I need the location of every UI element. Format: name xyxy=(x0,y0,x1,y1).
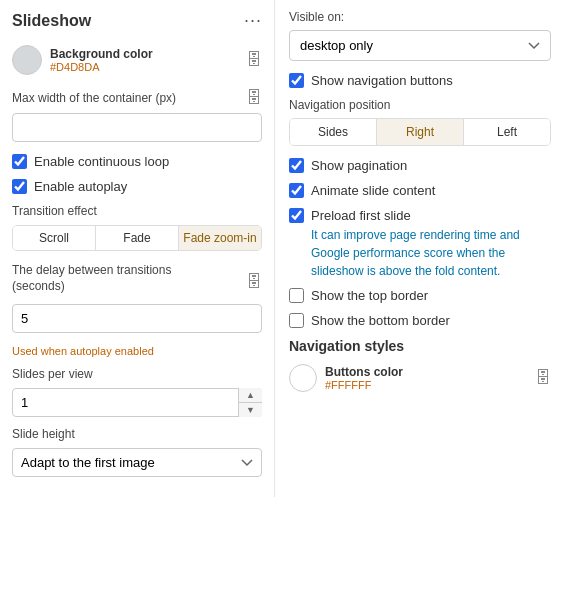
animate-label: Animate slide content xyxy=(311,183,435,198)
max-width-input[interactable] xyxy=(12,113,262,142)
preload-desc: It can improve page rendering time and G… xyxy=(311,226,551,280)
transition-scroll-btn[interactable]: Scroll xyxy=(13,226,96,250)
show-pagination-label: Show pagination xyxy=(311,158,407,173)
autoplay-row: Enable autoplay xyxy=(12,179,262,194)
continuous-loop-row: Enable continuous loop xyxy=(12,154,262,169)
transition-label: Transition effect xyxy=(12,204,262,218)
bottom-border-row: Show the bottom border xyxy=(289,313,551,328)
autoplay-checkbox[interactable] xyxy=(12,179,27,194)
bg-color-label: Background color xyxy=(50,47,153,61)
buttons-color-hex: #FFFFFF xyxy=(325,379,403,391)
panel-header: Slideshow ··· xyxy=(12,10,262,31)
bg-color-db-icon[interactable]: 🗄 xyxy=(246,51,262,69)
delay-hint: Used when autoplay enabled xyxy=(12,345,262,357)
transition-fade-zoom-btn[interactable]: Fade zoom-in xyxy=(179,226,261,250)
visible-on-select[interactable]: desktop only all devices mobile only xyxy=(289,30,551,61)
transition-fade-btn[interactable]: Fade xyxy=(96,226,179,250)
buttons-color-db-icon[interactable]: 🗄 xyxy=(535,369,551,387)
continuous-loop-label: Enable continuous loop xyxy=(34,154,169,169)
max-width-label: Max width of the container (px) xyxy=(12,91,176,105)
show-pagination-row: Show pagination xyxy=(289,158,551,173)
delay-row: The delay between transitions(seconds) 🗄 xyxy=(12,263,262,300)
top-border-checkbox[interactable] xyxy=(289,288,304,303)
bg-color-swatch[interactable] xyxy=(12,45,42,75)
slide-height-label: Slide height xyxy=(12,427,262,441)
slides-per-view-down-btn[interactable]: ▼ xyxy=(239,403,262,417)
show-pagination-checkbox[interactable] xyxy=(289,158,304,173)
buttons-color-label: Buttons color xyxy=(325,365,403,379)
show-nav-row: Show navigation buttons xyxy=(289,73,551,88)
delay-db-icon[interactable]: 🗄 xyxy=(246,273,262,291)
preload-row: Preload first slide xyxy=(289,208,551,223)
continuous-loop-checkbox[interactable] xyxy=(12,154,27,169)
nav-left-btn[interactable]: Left xyxy=(464,119,550,145)
delay-input[interactable] xyxy=(12,304,262,333)
bottom-border-checkbox[interactable] xyxy=(289,313,304,328)
max-width-db-icon[interactable]: 🗄 xyxy=(246,89,262,107)
show-nav-label: Show navigation buttons xyxy=(311,73,453,88)
nav-position-label: Navigation position xyxy=(289,98,551,112)
slides-per-view-label: Slides per view xyxy=(12,367,262,381)
transition-toggle-group: Scroll Fade Fade zoom-in xyxy=(12,225,262,251)
max-width-row: Max width of the container (px) 🗄 xyxy=(12,89,262,107)
nav-right-btn[interactable]: Right xyxy=(377,119,464,145)
nav-styles-title: Navigation styles xyxy=(289,338,551,354)
animate-row: Animate slide content xyxy=(289,183,551,198)
bg-color-hex: #D4D8DA xyxy=(50,61,153,73)
slides-per-view-up-btn[interactable]: ▲ xyxy=(239,388,262,403)
bg-color-info: Background color #D4D8DA xyxy=(12,45,153,75)
preload-checkbox[interactable] xyxy=(289,208,304,223)
slides-per-view-wrap: ▲ ▼ xyxy=(12,388,262,417)
bottom-border-label: Show the bottom border xyxy=(311,313,450,328)
nav-styles-row: Buttons color #FFFFFF 🗄 xyxy=(289,364,551,392)
show-nav-checkbox[interactable] xyxy=(289,73,304,88)
slides-per-view-input[interactable] xyxy=(12,388,262,417)
more-options-icon[interactable]: ··· xyxy=(244,10,262,31)
nav-sides-btn[interactable]: Sides xyxy=(290,119,377,145)
animate-checkbox[interactable] xyxy=(289,183,304,198)
slides-per-view-stepper: ▲ ▼ xyxy=(238,388,262,417)
visible-on-label: Visible on: xyxy=(289,10,551,24)
delay-label: The delay between transitions(seconds) xyxy=(12,263,171,294)
autoplay-label: Enable autoplay xyxy=(34,179,127,194)
buttons-color-swatch[interactable] xyxy=(289,364,317,392)
top-border-label: Show the top border xyxy=(311,288,428,303)
preload-label: Preload first slide xyxy=(311,208,411,223)
nav-color-info: Buttons color #FFFFFF xyxy=(289,364,403,392)
bg-color-row: Background color #D4D8DA 🗄 xyxy=(12,45,262,75)
top-border-row: Show the top border xyxy=(289,288,551,303)
nav-position-toggle-group: Sides Right Left xyxy=(289,118,551,146)
panel-title: Slideshow xyxy=(12,12,91,30)
slide-height-select[interactable]: Adapt to the first image Fixed height xyxy=(12,448,262,477)
